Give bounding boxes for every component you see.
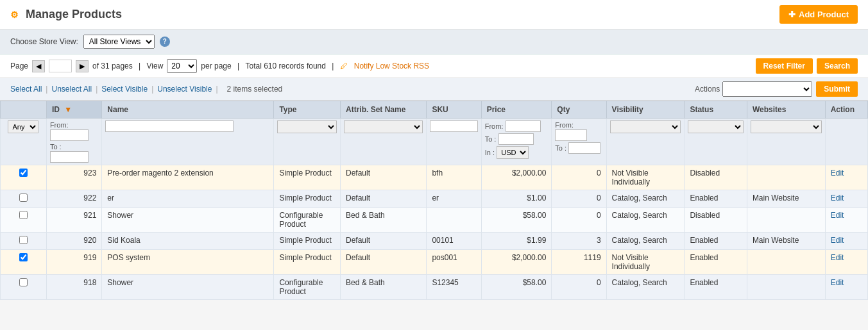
row-checkbox[interactable] xyxy=(19,169,28,177)
col-header-status[interactable]: Status xyxy=(685,101,747,119)
edit-link[interactable]: Edit xyxy=(831,236,844,245)
filter-price: From: To : In : USD xyxy=(481,119,552,165)
row-status: Disabled xyxy=(685,208,747,233)
reset-filter-button[interactable]: Reset Filter xyxy=(756,58,813,74)
row-visibility: Catalog, Search xyxy=(606,275,685,300)
col-header-name[interactable]: Name xyxy=(102,101,274,119)
filter-name-input[interactable] xyxy=(105,120,234,132)
filter-action xyxy=(825,119,867,165)
row-status: Disabled xyxy=(685,165,747,190)
col-header-visibility[interactable]: Visibility xyxy=(606,101,685,119)
filter-attrib: DefaultBed & Bath xyxy=(340,119,426,165)
row-id: 921 xyxy=(46,208,101,233)
store-view-bar: Choose Store View: All Store Views ? xyxy=(0,29,868,54)
filter-attrib-select[interactable]: DefaultBed & Bath xyxy=(344,120,423,133)
filter-websites-select[interactable]: Main Website xyxy=(751,120,822,133)
prev-page-button[interactable]: ◀ xyxy=(32,60,45,72)
row-id: 919 xyxy=(46,250,101,275)
edit-link[interactable]: Edit xyxy=(831,253,844,262)
page-input[interactable]: 1 xyxy=(49,60,72,72)
table-row: 920 Sid Koala Simple Product Default 001… xyxy=(1,233,868,250)
product-rows: 923 Pre-order magento 2 extension Simple… xyxy=(1,165,868,300)
page-title: ⚙ Manage Products xyxy=(10,8,122,21)
row-check-cell[interactable] xyxy=(1,190,47,208)
search-button[interactable]: Search xyxy=(817,58,858,74)
row-check-cell[interactable] xyxy=(1,233,47,250)
notify-link[interactable]: Notify Low Stock RSS xyxy=(354,62,429,70)
filter-status-select[interactable]: EnabledDisabled xyxy=(688,120,743,133)
filter-price-to[interactable] xyxy=(498,133,534,145)
row-checkbox[interactable] xyxy=(19,236,28,244)
page-label: Page xyxy=(10,62,28,70)
row-checkbox[interactable] xyxy=(19,194,28,202)
row-price: $58.00 xyxy=(481,208,552,233)
col-header-qty[interactable]: Qty xyxy=(552,101,606,119)
filter-visibility-select[interactable]: Catalog, SearchNot Visible Individually xyxy=(610,120,681,133)
row-name: POS system xyxy=(102,250,274,275)
select-visible-link[interactable]: Select Visible xyxy=(101,85,148,94)
row-status: Enabled xyxy=(685,275,747,300)
col-header-price[interactable]: Price xyxy=(481,101,552,119)
row-price: $58.00 xyxy=(481,275,552,300)
col-header-attrib[interactable]: Attrib. Set Name xyxy=(340,101,426,119)
row-qty: 0 xyxy=(552,208,606,233)
unselect-all-link[interactable]: Unselect All xyxy=(51,85,92,94)
filter-type-select[interactable]: Simple ProductConfigurable Product xyxy=(277,120,337,133)
filter-id-any[interactable]: AnyYesNo xyxy=(8,120,38,133)
row-check-cell[interactable] xyxy=(1,208,47,233)
actions-select[interactable]: Delete Update Attributes xyxy=(722,81,812,97)
row-qty: 0 xyxy=(552,165,606,190)
filter-id-to[interactable] xyxy=(50,151,89,163)
table-row: 918 Shower Configurable Product Bed & Ba… xyxy=(1,275,868,300)
filter-qty-from[interactable] xyxy=(555,129,587,141)
edit-link[interactable]: Edit xyxy=(831,169,844,177)
row-price: $1.00 xyxy=(481,190,552,208)
info-icon[interactable]: ? xyxy=(160,37,170,47)
store-view-select[interactable]: All Store Views xyxy=(83,35,155,49)
filter-sku xyxy=(427,119,481,165)
row-type: Configurable Product xyxy=(274,275,341,300)
col-header-sku[interactable]: SKU xyxy=(427,101,481,119)
row-id: 920 xyxy=(46,233,101,250)
unselect-visible-link[interactable]: Unselect Visible xyxy=(157,85,212,94)
row-checkbox[interactable] xyxy=(19,253,28,261)
col-header-websites[interactable]: Websites xyxy=(747,101,825,119)
filter-qty-to[interactable] xyxy=(568,142,600,154)
filter-price-from[interactable] xyxy=(506,120,541,132)
select-all-link[interactable]: Select All xyxy=(10,85,42,94)
row-action[interactable]: Edit xyxy=(825,208,867,233)
col-header-id[interactable]: ID ▼ xyxy=(46,101,101,119)
edit-link[interactable]: Edit xyxy=(831,278,844,287)
table-header-row: ID ▼ Name Type Attrib. Set Name SKU Pric… xyxy=(1,101,868,119)
row-action[interactable]: Edit xyxy=(825,250,867,275)
row-checkbox[interactable] xyxy=(19,278,28,286)
row-check-cell[interactable] xyxy=(1,165,47,190)
submit-button[interactable]: Submit xyxy=(816,81,858,97)
next-page-button[interactable]: ▶ xyxy=(76,60,89,72)
row-action[interactable]: Edit xyxy=(825,190,867,208)
row-name: er xyxy=(102,190,274,208)
add-product-button[interactable]: ✚ Add Product xyxy=(779,5,858,24)
edit-link[interactable]: Edit xyxy=(831,194,844,202)
row-name: Sid Koala xyxy=(102,233,274,250)
row-check-cell[interactable] xyxy=(1,275,47,300)
row-status: Enabled xyxy=(685,233,747,250)
row-check-cell[interactable] xyxy=(1,250,47,275)
view-select[interactable]: 2050100200 xyxy=(167,59,197,73)
filter-sku-input[interactable] xyxy=(430,120,477,132)
store-view-label: Choose Store View: xyxy=(10,37,78,46)
filter-price-currency[interactable]: USD xyxy=(497,146,529,159)
edit-link[interactable]: Edit xyxy=(831,211,844,220)
row-checkbox[interactable] xyxy=(19,211,28,219)
filter-id: From: To : xyxy=(46,119,101,165)
filter-id-from[interactable] xyxy=(50,129,89,141)
row-action[interactable]: Edit xyxy=(825,233,867,250)
selection-bar: Select All | Unselect All | Select Visib… xyxy=(0,78,868,101)
row-name: Shower xyxy=(102,208,274,233)
row-action[interactable]: Edit xyxy=(825,275,867,300)
row-websites xyxy=(747,165,825,190)
row-action[interactable]: Edit xyxy=(825,165,867,190)
row-websites: Main Website xyxy=(747,233,825,250)
row-id: 922 xyxy=(46,190,101,208)
col-header-type[interactable]: Type xyxy=(274,101,341,119)
